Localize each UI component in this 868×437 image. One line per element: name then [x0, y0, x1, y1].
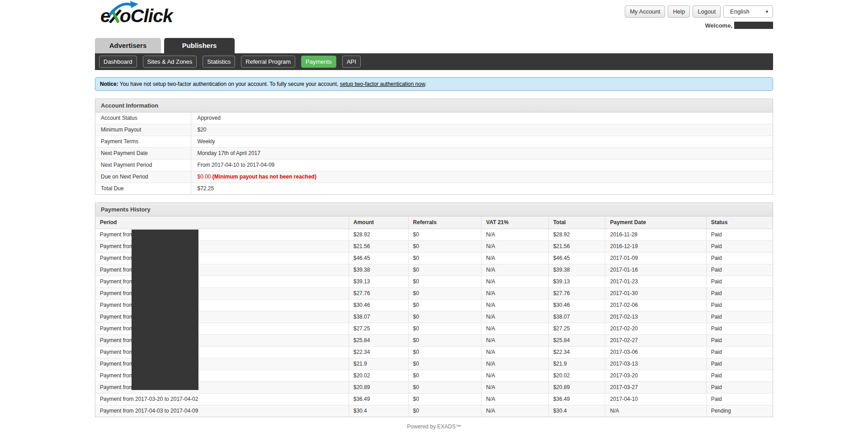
period-redaction [132, 230, 198, 390]
column-header-referrals: Referrals [408, 216, 481, 229]
account-value-text: $20 [198, 127, 207, 133]
payment-cell-total: $30.4 [548, 405, 605, 417]
payment-cell-amount: $21.56 [349, 241, 408, 253]
header-actions: My AccountHelpLogout [625, 5, 721, 18]
tab-publishers[interactable]: Publishers [164, 38, 235, 53]
payment-cell-payment_date: 2017-01-09 [605, 253, 706, 264]
payment-cell-payment_date: 2016-12-19 [605, 241, 706, 253]
payments-history-section: Payments History PeriodAmountReferralsVA… [95, 202, 773, 417]
main-nav: DashboardSites & Ad ZonesStatisticsRefer… [95, 53, 773, 70]
payments-history-title: Payments History [95, 203, 773, 216]
payment-cell-status: Paid [706, 264, 773, 276]
payment-cell-payment_date: 2017-02-13 [605, 311, 706, 323]
payment-cell-total: $38.07 [548, 311, 605, 323]
payment-cell-status: Paid [706, 311, 773, 323]
account-row: Next Payment DateMonday 17th of April 20… [95, 148, 773, 160]
welcome-label: Welcome, [705, 22, 732, 29]
nav-item-statistics[interactable]: Statistics [203, 56, 235, 68]
payment-cell-referrals: $0 [408, 253, 481, 264]
payment-cell-vat: N/A [481, 264, 548, 276]
header-actions-row: My AccountHelpLogout English ▼ [625, 5, 773, 18]
payment-cell-status: Paid [706, 288, 773, 300]
account-value-text: $72.25 [198, 185, 214, 192]
payment-cell-period: Payment from 2017-03-20 to 2017-04-02 [95, 394, 349, 405]
payment-cell-status: Paid [706, 394, 773, 405]
payment-cell-vat: N/A [481, 311, 548, 323]
account-row-label: Total Due [95, 183, 191, 195]
column-header-vat-21: VAT 21% [481, 216, 548, 229]
payment-cell-referrals: $0 [408, 382, 481, 394]
payment-cell-referrals: $0 [408, 358, 481, 370]
payment-cell-amount: $39.13 [349, 276, 408, 288]
payment-cell-vat: N/A [481, 241, 548, 253]
payment-cell-amount: $27.76 [349, 288, 408, 300]
my-account-button[interactable]: My Account [625, 5, 665, 18]
payment-cell-amount: $22.34 [349, 347, 408, 358]
account-value-note: (Minimum payout has not been reached) [211, 174, 316, 180]
payment-cell-amount: $28.92 [349, 229, 408, 241]
payment-cell-vat: N/A [481, 229, 548, 241]
welcome-text: Welcome, [625, 22, 773, 29]
column-header-total: Total [548, 216, 605, 229]
account-row-value: Weekly [191, 136, 773, 148]
payment-cell-total: $36.49 [548, 394, 605, 405]
payment-cell-vat: N/A [481, 382, 548, 394]
payment-cell-vat: N/A [481, 288, 548, 300]
payment-cell-referrals: $0 [408, 300, 481, 311]
account-information-table: Account StatusApprovedMinimum Payout$20P… [95, 113, 773, 194]
account-value-text: $0.00 [198, 174, 211, 180]
payment-cell-total: $20.89 [548, 382, 605, 394]
chevron-down-icon: ▼ [765, 9, 769, 14]
account-row-label: Next Payment Period [95, 160, 191, 171]
notice-suffix: . [425, 81, 426, 87]
payment-cell-payment_date: 2017-03-06 [605, 347, 706, 358]
account-row-value: From 2017-04-10 to 2017-04-09 [191, 160, 773, 171]
nav-item-dashboard[interactable]: Dashboard [99, 56, 137, 68]
setup-two-factor-link[interactable]: setup two-factor authentication now [340, 81, 425, 87]
language-select[interactable]: English ▼ [723, 5, 773, 18]
nav-item-api[interactable]: API [342, 56, 361, 68]
payment-cell-total: $39.38 [548, 264, 605, 276]
logo-arrow-icon [108, 1, 140, 16]
nav-item-referral-program[interactable]: Referral Program [241, 56, 295, 68]
payment-cell-total: $27.76 [548, 288, 605, 300]
account-value-text: From 2017-04-10 to 2017-04-09 [198, 162, 275, 168]
payment-cell-referrals: $0 [408, 323, 481, 335]
page-header: eoClick My AccountHelpLogout English ▼ W… [95, 4, 773, 32]
payment-row: Payment from 2017-03-20 to 2017-04-02$36… [95, 394, 773, 405]
tab-advertisers[interactable]: Advertisers [95, 38, 161, 53]
account-row-value: $20 [191, 124, 773, 136]
account-information-section: Account Information Account StatusApprov… [95, 99, 773, 195]
payment-cell-amount: $30.4 [349, 405, 408, 417]
account-row-value: Approved [191, 113, 773, 124]
payment-cell-status: Paid [706, 347, 773, 358]
help-button[interactable]: Help [668, 5, 690, 18]
payment-cell-referrals: $0 [408, 229, 481, 241]
payment-cell-payment_date: 2017-03-27 [605, 382, 706, 394]
payment-cell-vat: N/A [481, 253, 548, 264]
nav-item-payments[interactable]: Payments [301, 56, 336, 68]
payment-cell-total: $25.84 [548, 335, 605, 347]
payment-cell-vat: N/A [481, 323, 548, 335]
payment-cell-status: Paid [706, 382, 773, 394]
payment-cell-status: Paid [706, 276, 773, 288]
nav-item-sites-ad-zones[interactable]: Sites & Ad Zones [143, 56, 197, 68]
payment-row: Payment from 2017-04-03 to 2017-04-09$30… [95, 405, 773, 417]
payment-cell-referrals: $0 [408, 264, 481, 276]
payment-cell-total: $21.56 [548, 241, 605, 253]
payment-cell-payment_date: N/A [605, 405, 706, 417]
payment-cell-payment_date: 2017-03-20 [605, 370, 706, 382]
payment-cell-amount: $46.45 [349, 253, 408, 264]
payment-cell-status: Paid [706, 229, 773, 241]
payment-cell-amount: $30.46 [349, 300, 408, 311]
logout-button[interactable]: Logout [693, 5, 721, 18]
header-right: My AccountHelpLogout English ▼ Welcome, [625, 5, 773, 29]
payment-cell-vat: N/A [481, 394, 548, 405]
payment-cell-total: $39.13 [548, 276, 605, 288]
payment-cell-status: Pending [706, 405, 773, 417]
account-row-value: $72.25 [191, 183, 773, 195]
payment-cell-total: $22.34 [548, 347, 605, 358]
payment-cell-amount: $20.89 [349, 382, 408, 394]
column-header-payment-date: Payment Date [605, 216, 706, 229]
payment-cell-referrals: $0 [408, 276, 481, 288]
